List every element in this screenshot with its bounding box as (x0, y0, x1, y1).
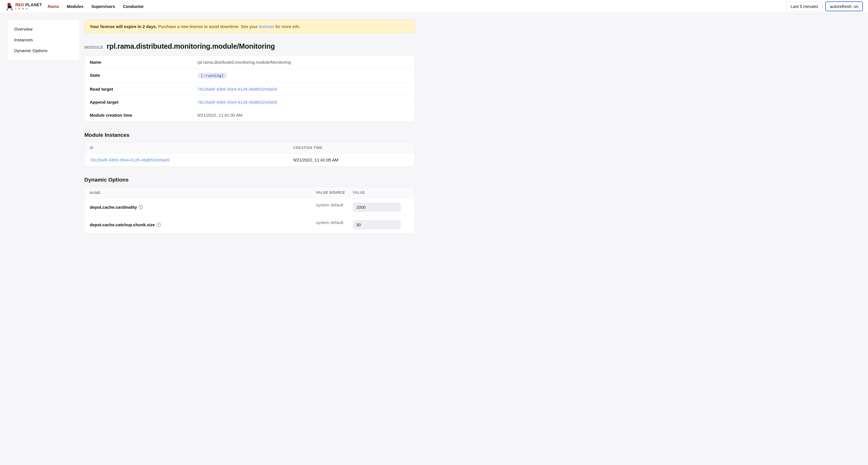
append-target-link[interactable]: 78c26a6f-43b9-35e4-6126-46d8532e9a09 (197, 100, 277, 104)
topbar-actions: Last 5 minutes autorefresh: on (786, 1, 863, 11)
module-title: rpl.rama.distributed.monitoring.module/M… (107, 42, 275, 51)
dynamic-options-thead: NAME VALUE SOURCE VALUE (85, 187, 414, 198)
info-icon[interactable]: i (139, 205, 143, 209)
logo[interactable]: RED PLANET LABS (5, 1, 42, 11)
nav-links: Rama Modules Supervisors Conductor (48, 4, 144, 9)
option-value-input[interactable] (353, 220, 401, 229)
option-source: system default (316, 220, 353, 229)
sidebar-item-dynamic-options[interactable]: Dynamic Options (8, 45, 79, 56)
info-icon[interactable]: i (157, 223, 161, 227)
option-source: system default (316, 203, 353, 212)
option-name: depot.cache.catchup.chunk.size (90, 222, 155, 227)
kv-creation-time-label: Module creation time (90, 113, 197, 118)
nav-link-modules[interactable]: Modules (67, 4, 84, 9)
logo-word-red: RED (15, 3, 24, 7)
instance-row: 78c26a6f-43b9-35e4-6126-46d8532e9a09 9/2… (85, 154, 414, 166)
kv-state-label: State (90, 73, 197, 79)
module-instances-thead: ID CREATION TIME (85, 143, 414, 154)
svg-rect-1 (8, 6, 11, 8)
logo-sublabel: LABS (15, 8, 42, 10)
autorefresh-button[interactable]: autorefresh: on (825, 1, 863, 11)
timerange-button[interactable]: Last 5 minutes (786, 1, 823, 11)
svg-line-3 (11, 8, 12, 10)
module-instances-heading: Module Instances (84, 132, 415, 138)
dynamic-options-table: NAME VALUE SOURCE VALUE depot.cache.card… (84, 187, 415, 234)
kv-name-value: rpl.rama.distributed.monitoring.module/M… (197, 60, 409, 65)
license-alert-bold: Your license will expire in 2 days. (90, 24, 157, 29)
nav-link-supervisors[interactable]: Supervisors (91, 4, 115, 9)
kv-state: State [:running] (85, 68, 414, 83)
option-name: depot.cache.cardinality (90, 205, 137, 210)
kv-read-target-label: Read target (90, 87, 197, 91)
col-header-id: ID (90, 146, 293, 150)
license-alert: Your license will expire in 2 days. Purc… (84, 20, 415, 33)
col-header-creation-time: CREATION TIME (293, 146, 409, 150)
sidebar-item-instances[interactable]: Instances (8, 35, 79, 45)
instance-creation-time: 9/21/2022, 11:41:05 AM (293, 157, 409, 162)
logo-word-planet: PLANET (25, 3, 42, 7)
col-header-value: VALUE (353, 191, 409, 195)
option-row: depot.cache.cardinality i system default (85, 198, 414, 216)
svg-line-2 (7, 8, 8, 10)
kv-name-label: Name (90, 60, 197, 65)
dynamic-options-heading: Dynamic Options (84, 177, 415, 183)
kv-creation-time: Module creation time 9/21/2022, 11:41:05… (85, 108, 414, 122)
option-value-input[interactable] (353, 203, 401, 212)
module-heading: MODULE rpl.rama.distributed.monitoring.m… (84, 42, 415, 51)
nav-link-conductor[interactable]: Conductor (123, 4, 144, 9)
license-alert-text-b: for more info. (274, 24, 301, 29)
state-badge: [:running] (197, 73, 227, 79)
kv-append-target-label: Append target (90, 100, 197, 104)
module-instances-table: ID CREATION TIME 78c26a6f-43b9-35e4-6126… (84, 142, 415, 166)
kv-name: Name rpl.rama.distributed.monitoring.mod… (85, 56, 414, 68)
kv-read-target: Read target 78c26a6f-43b9-35e4-6126-46d8… (85, 83, 414, 95)
kv-creation-time-value: 9/21/2022, 11:41:05 AM (197, 113, 409, 118)
module-details-card: Name rpl.rama.distributed.monitoring.mod… (84, 56, 415, 122)
licenses-link[interactable]: licenses (259, 24, 274, 29)
logo-text: RED PLANET LABS (15, 3, 42, 10)
read-target-link[interactable]: 78c26a6f-43b9-35e4-6126-46d8532e9a09 (197, 87, 277, 91)
nav-link-rama[interactable]: Rama (48, 4, 59, 9)
logo-icon (5, 1, 15, 11)
instance-id-link[interactable]: 78c26a6f-43b9-35e4-6126-46d8532e9a09 (90, 157, 169, 162)
sidebar-item-overview[interactable]: Overview (8, 24, 79, 35)
kv-state-value: [:running] (197, 73, 409, 79)
module-eyebrow: MODULE (84, 45, 103, 50)
license-alert-text-a: Purchase a new license to avoid downtime… (157, 24, 259, 29)
option-row: depot.cache.catchup.chunk.size i system … (85, 216, 414, 234)
kv-append-target: Append target 78c26a6f-43b9-35e4-6126-46… (85, 95, 414, 108)
col-header-value-source: VALUE SOURCE (316, 191, 353, 195)
top-nav: RED PLANET LABS Rama Modules Supervisors… (0, 0, 868, 13)
main-content: Your license will expire in 2 days. Purc… (84, 20, 419, 234)
sidebar: Overview Instances Dynamic Options (8, 20, 79, 60)
col-header-name: NAME (90, 191, 316, 195)
